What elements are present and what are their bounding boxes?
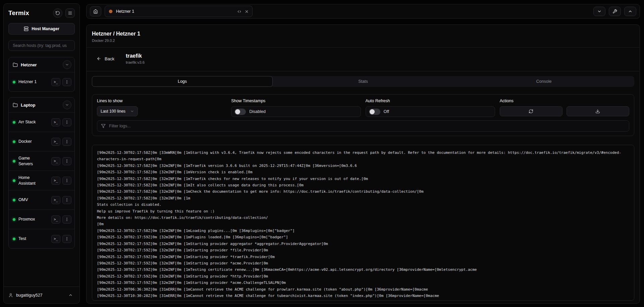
group-collapse-button[interactable] xyxy=(63,101,71,109)
chevron-down-icon xyxy=(597,9,602,14)
host-header: Hetzner / Hetzner 1 Docker 29.0.2 xyxy=(87,25,640,48)
log-output-container[interactable]: [90m2025-12-30T02:17:58Z[0m [33mWRN[0m [… xyxy=(92,145,634,301)
app-title: Termix xyxy=(8,9,53,17)
main-panel: Hetzner / Hetzner 1 Docker 29.0.2 Back t… xyxy=(86,24,640,304)
download-logs-button[interactable] xyxy=(567,106,629,116)
toggle-knob xyxy=(370,109,375,114)
host-item-test[interactable]: Test >_ xyxy=(9,229,74,248)
wrench-icon xyxy=(612,9,617,14)
host-options-button[interactable] xyxy=(62,78,71,86)
tab-bar: Hetzner 1 xyxy=(86,4,640,19)
tab-label: Hetzner 1 xyxy=(116,9,234,14)
show-timestamps-group: Show Timestamps Disabled xyxy=(231,99,361,117)
host-options-button[interactable] xyxy=(62,216,71,224)
timestamps-toggle[interactable] xyxy=(234,109,246,115)
host-options-button[interactable] xyxy=(62,138,71,146)
open-terminal-button[interactable]: >_ xyxy=(51,235,60,243)
open-terminal-button[interactable]: >_ xyxy=(51,177,60,185)
docker-version: Docker 29.0.2 xyxy=(92,39,634,43)
host-actions: >_ xyxy=(51,216,71,224)
log-controls-grid: Lines to show Last 100 lines Show Timest… xyxy=(97,99,629,117)
group-collapse-button[interactable] xyxy=(63,60,71,69)
terminal-icon: >_ xyxy=(54,179,58,182)
open-terminal-button[interactable]: >_ xyxy=(51,78,60,86)
host-options-button[interactable] xyxy=(62,157,71,165)
host-item-omv[interactable]: OMV >_ xyxy=(9,190,74,209)
chevron-down-icon xyxy=(65,63,69,67)
kebab-menu-icon xyxy=(65,217,69,222)
service-title-block: traefik traefik:v3.6 xyxy=(126,53,145,64)
sidebar-footer: bugattiguy527 xyxy=(4,287,79,303)
sidebar-menu-button[interactable] xyxy=(65,8,75,18)
lines-select-value: Last 100 lines xyxy=(101,109,125,114)
host-options-button[interactable] xyxy=(62,235,71,243)
log-controls: Lines to show Last 100 lines Show Timest… xyxy=(92,94,634,136)
hamburger-menu-icon xyxy=(68,11,72,15)
filter-logs-input[interactable] xyxy=(109,124,625,128)
tab-logs[interactable]: Logs xyxy=(92,76,273,87)
chevron-up-icon xyxy=(628,9,633,14)
host-name: Test xyxy=(18,236,45,242)
service-tabs: Logs Stats Console xyxy=(92,76,634,87)
host-item-proxmox[interactable]: Proxmox >_ xyxy=(9,209,74,229)
refresh-hosts-button[interactable] xyxy=(53,8,62,18)
host-item-hetzner-1[interactable]: Hetzner 1 >_ xyxy=(9,72,74,91)
tab-console[interactable]: Console xyxy=(453,76,634,87)
host-name: Home Assistant xyxy=(18,175,45,186)
close-tab-button[interactable] xyxy=(245,9,249,14)
open-terminal-button[interactable]: >_ xyxy=(51,118,60,126)
host-options-button[interactable] xyxy=(62,177,71,185)
host-group-laptop: Laptop Arr Stack >_ Docker >_ Game Serve… xyxy=(8,97,75,249)
panel-collapse-button[interactable] xyxy=(593,7,605,16)
search-hosts-input[interactable] xyxy=(8,40,75,51)
host-item-arr-stack[interactable]: Arr Stack >_ xyxy=(9,112,74,132)
panel-expand-button[interactable] xyxy=(624,7,636,16)
host-name: Proxmox xyxy=(18,217,45,222)
lines-select[interactable]: Last 100 lines xyxy=(97,106,138,116)
host-actions: >_ xyxy=(51,235,71,243)
user-icon xyxy=(8,293,13,298)
group-header-laptop[interactable]: Laptop xyxy=(9,98,74,112)
user-menu-button[interactable] xyxy=(66,291,75,300)
host-manager-button[interactable]: Host Manager xyxy=(8,23,75,35)
status-online-dot xyxy=(13,238,15,240)
host-actions: >_ xyxy=(51,177,71,185)
kebab-menu-icon xyxy=(65,139,69,144)
tab-hetzner-1[interactable]: Hetzner 1 xyxy=(105,6,253,17)
tools-button[interactable] xyxy=(609,7,621,16)
auto-refresh-state: Off xyxy=(384,109,389,114)
auto-refresh-toggle[interactable] xyxy=(369,109,380,115)
terminal-icon: >_ xyxy=(54,140,58,143)
arrow-left-icon xyxy=(97,56,101,61)
auto-refresh-label: Auto Refresh xyxy=(366,99,495,103)
home-button[interactable] xyxy=(90,6,101,16)
open-terminal-button[interactable]: >_ xyxy=(51,196,60,204)
host-options-button[interactable] xyxy=(62,196,71,204)
service-image: traefik:v3.6 xyxy=(126,60,145,64)
kebab-menu-icon xyxy=(65,80,69,84)
refresh-logs-button[interactable] xyxy=(500,106,562,116)
status-online-dot xyxy=(13,160,15,163)
host-name: Hetzner 1 xyxy=(18,79,45,85)
status-online-dot xyxy=(13,140,15,143)
tab-stats[interactable]: Stats xyxy=(273,76,453,87)
host-options-button[interactable] xyxy=(62,118,71,126)
refresh-icon xyxy=(55,11,60,15)
show-timestamps-label: Show Timestamps xyxy=(231,99,361,103)
host-item-game-servers[interactable]: Game Servers >_ xyxy=(9,151,74,171)
lines-to-show-group: Lines to show Last 100 lines xyxy=(97,99,226,116)
auto-refresh-toggle-box: Off xyxy=(366,106,495,117)
host-item-docker[interactable]: Docker >_ xyxy=(9,132,74,151)
group-header-hetzner[interactable]: Hetzner xyxy=(9,57,74,72)
open-terminal-button[interactable]: >_ xyxy=(51,138,60,146)
open-terminal-button[interactable]: >_ xyxy=(51,216,60,224)
split-view-button[interactable] xyxy=(237,9,241,14)
open-terminal-button[interactable]: >_ xyxy=(51,157,60,165)
log-output: [90m2025-12-30T02:17:58Z[0m [33mWRN[0m [… xyxy=(97,149,629,299)
filter-logs-field xyxy=(97,120,629,132)
kebab-menu-icon xyxy=(65,198,69,202)
host-item-home-assistant[interactable]: Home Assistant >_ xyxy=(9,171,74,190)
terminal-icon: >_ xyxy=(54,160,58,163)
back-button[interactable]: Back xyxy=(94,54,117,63)
actions-row xyxy=(500,106,629,116)
